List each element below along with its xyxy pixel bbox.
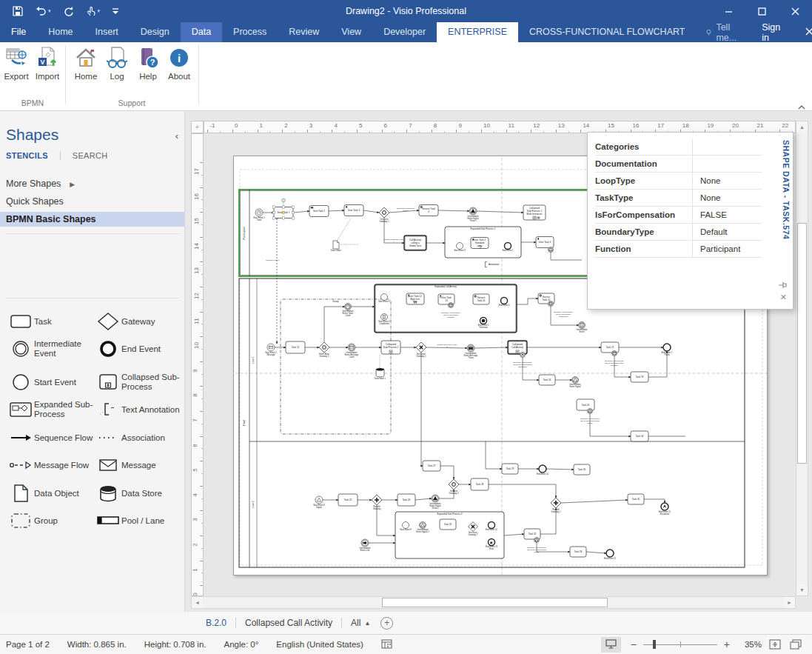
bpmn-connector[interactable]: [486, 441, 502, 469]
bpmn-task-user-task-3[interactable]: User Task 3: [344, 205, 363, 216]
status-item-width[interactable]: Width: 0.865 in.: [67, 640, 127, 649]
bpmn-event-intermediate-event[interactable]: IntermediateEvent: [577, 322, 588, 334]
shape-data-row-looptype[interactable]: LoopTypeNone: [595, 173, 762, 190]
bpmn-connector[interactable]: [338, 218, 351, 240]
redo-icon[interactable]: [58, 1, 79, 21]
bpmn-subprocess-collapsed-sub-process-2[interactable]: CollapsedSub-Process 2: [381, 341, 400, 354]
bpmn-event-signal[interactable]: [588, 409, 593, 414]
bpmn-event-intermediate-event-timer-catch[interactable]: IntermediateEvent TimerCatch: [343, 304, 354, 318]
shape-data-field-value[interactable]: None: [693, 176, 721, 185]
tab-stencils[interactable]: STENCILS: [6, 151, 48, 160]
bpmn-task-task-30[interactable]: Task 30: [574, 464, 590, 475]
bpmn-connector[interactable]: [614, 356, 631, 378]
bpmn-event-start-event-2-message[interactable]: Start Event 2Message: [265, 344, 277, 356]
import-button[interactable]: VImport: [33, 46, 62, 81]
bpmn-task-task-33[interactable]: Task 33: [570, 547, 586, 557]
bpmn-event-end-event-10[interactable]: End Event 10: [537, 465, 549, 476]
bpmn-connector[interactable]: [438, 210, 469, 211]
stencil-item-pool-lane[interactable]: Pool / Lane: [95, 507, 182, 534]
customize-qat-icon[interactable]: [107, 1, 124, 21]
vertical-scroll-thumb[interactable]: [797, 223, 807, 464]
status-item-angle[interactable]: Angle: 0°: [224, 640, 259, 649]
bpmn-task-call-activity-calling-a-global-user-task[interactable]: Call Activitycalling aGlobal User: [404, 236, 426, 250]
ribbon-tab-review[interactable]: Review: [278, 22, 330, 42]
selection-handle[interactable]: [292, 206, 294, 208]
about-button[interactable]: iAbout: [164, 46, 194, 81]
bpmn-task-task-25[interactable]: Task 25: [338, 494, 358, 506]
bpmn-event-end-event-7-throw[interactable]: End Event 7Throw: [662, 344, 673, 356]
tell-me-box[interactable]: Tell me...: [696, 22, 750, 43]
bpmn-connector[interactable]: [561, 500, 628, 503]
ribbon-tab-cross-functional-flowchart[interactable]: CROSS-FUNCTIONAL FLOWCHART: [518, 22, 696, 42]
sign-in-button[interactable]: Sign in: [750, 22, 792, 43]
stencil-item-intermediate-event[interactable]: Intermediate Event: [7, 336, 95, 362]
bpmn-connector[interactable]: [586, 552, 606, 553]
bpmn-task-task-35[interactable]: Task 35: [628, 494, 644, 504]
stencil-item-collapsed-sub-process[interactable]: Collapsed Sub-Process: [95, 369, 182, 396]
bpmn-connector[interactable]: [421, 353, 423, 466]
bpmn-task-task-19[interactable]: Task 19: [631, 372, 648, 382]
shape-data-row-documentation[interactable]: Documentation: [595, 156, 762, 173]
selection-handle[interactable]: [272, 211, 275, 213]
save-icon[interactable]: [7, 1, 28, 21]
selection-handle[interactable]: [292, 211, 294, 213]
stencil-item-message-flow[interactable]: Message Flow: [7, 452, 95, 478]
bpmn-connector[interactable]: [477, 211, 523, 213]
shape-data-field-value[interactable]: Participant: [693, 244, 740, 253]
bpmn-event-start-event-1-timer[interactable]: Start Event 1Timer: [253, 209, 265, 221]
bpmn-connector[interactable]: [517, 298, 538, 304]
ribbon-tab-insert[interactable]: Insert: [84, 22, 130, 42]
tab-search[interactable]: SEARCH: [73, 151, 108, 160]
undo-dropdown-caret[interactable]: ▾: [48, 8, 51, 14]
page-tab-b20[interactable]: B.2.0: [206, 618, 227, 628]
ribbon-tab-view[interactable]: View: [330, 22, 372, 42]
bpmn-expanded-expanded-sub-process-3[interactable]: Expanded Sub-Process 3: [395, 512, 504, 558]
scroll-up-icon[interactable]: ▲: [796, 121, 808, 133]
bpmn-event-signal[interactable]: [548, 247, 554, 253]
bpmn-event-end-event-11[interactable]: End Event 11: [604, 550, 616, 560]
bpmn-connector[interactable]: [440, 466, 454, 479]
scroll-right-icon[interactable]: ►: [784, 597, 795, 608]
bpmn-connector[interactable]: [489, 484, 556, 498]
bpmn-task-task-17[interactable]: Task 17: [601, 342, 619, 353]
ribbon-tab-file[interactable]: File: [0, 22, 37, 42]
bpmn-datastore-data-store-1[interactable]: Data Store 1: [375, 368, 386, 380]
bpmn-task-task-11[interactable]: Task 11: [286, 341, 305, 353]
stencil-item-task[interactable]: Task: [7, 308, 95, 335]
stencil-item-data-object[interactable]: Data Object: [7, 480, 95, 507]
stencil-item-message[interactable]: Message: [95, 452, 182, 478]
bpmn-event-intermediate-event-signal-throw-1[interactable]: IntermediateEvent SignalThrow 1: [467, 207, 479, 222]
bpmn-connector[interactable]: [474, 347, 508, 348]
bpmn-annotation-annotation[interactable]: Annotation: [485, 262, 499, 267]
selection-handle[interactable]: [292, 217, 294, 219]
bpmn-task-task-29[interactable]: Task 29: [502, 464, 518, 474]
home-button[interactable]: Home: [71, 46, 101, 81]
bpmn-task-user-task-6[interactable]: User Task 6: [536, 237, 554, 248]
bpmn-gateway-parallel-gateway-2[interactable]: ParallelGateway 2: [551, 498, 561, 513]
bpmn-event-message[interactable]: [612, 351, 617, 356]
bpmn-gateway-inclusive-gateway-1[interactable]: InclusiveGateway 1: [379, 207, 389, 223]
export-button[interactable]: Export: [1, 46, 31, 81]
pin-icon[interactable]: [778, 279, 787, 293]
add-page-icon[interactable]: +: [380, 617, 393, 630]
stencil-item-gateway[interactable]: Gateway: [95, 308, 182, 335]
bpmn-connector[interactable]: [363, 210, 379, 213]
ribbon-tab-data[interactable]: Data: [181, 22, 222, 42]
close-icon[interactable]: ✕: [780, 293, 787, 302]
page-tab-collapsed-call-activity[interactable]: Collapsed Call Activity: [245, 618, 332, 628]
bpmn-event-end-event-11-escalation[interactable]: End Event 11Escalation: [659, 503, 671, 515]
close-button[interactable]: [779, 0, 812, 22]
bpmn-connector[interactable]: [546, 469, 574, 470]
control-handle[interactable]: [282, 211, 284, 213]
ribbon-tab-enterprise[interactable]: ENTERPRISE: [437, 22, 518, 42]
bpmn-task-user-task-5-standard-loop[interactable]: User Task 5StandardLoop: [471, 238, 489, 249]
bpmn-task-service-task-4[interactable]: Service Task4: [419, 205, 438, 216]
presentation-mode-icon[interactable]: [601, 637, 621, 653]
zoom-out-icon[interactable]: −: [627, 638, 640, 650]
bpmn-event-intermediate-event-message-throw[interactable]: IntermediateEvent MessageThrow: [464, 344, 478, 359]
data-graphics-icon[interactable]: [381, 639, 392, 650]
bpmn-task-send-task-1[interactable]: Send Task 1: [272, 198, 294, 219]
help-button[interactable]: ?Help: [133, 46, 163, 81]
bpmn-task-sent-task-2[interactable]: Sent Task 2: [309, 206, 329, 217]
bpmn-task-user-task-12-multi-inst-seq[interactable]: User Task 12Multi-Inst.Seq.: [406, 293, 424, 304]
